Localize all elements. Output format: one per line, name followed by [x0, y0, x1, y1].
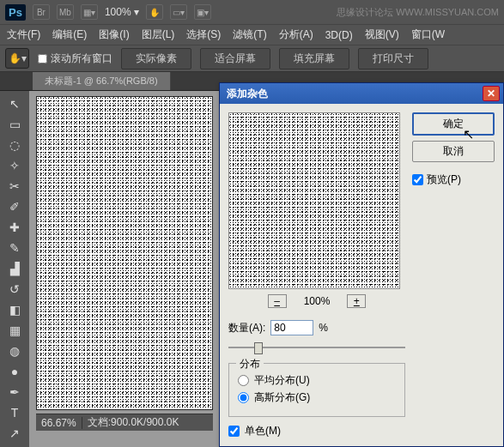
tool-blur[interactable]: ◍: [3, 341, 26, 360]
print-size-button[interactable]: 打印尺寸: [358, 48, 428, 69]
uniform-input[interactable]: [238, 375, 249, 386]
menu-window[interactable]: 窗口(W: [411, 27, 445, 42]
app-logo: Ps: [5, 4, 26, 21]
dialog-titlebar[interactable]: 添加杂色 ✕: [220, 83, 503, 104]
scroll-all-checkbox[interactable]: 滚动所有窗口: [38, 51, 112, 66]
amount-input[interactable]: [270, 320, 313, 335]
distribution-title: 分布: [236, 357, 264, 371]
preview-zoom-row: – 100% +: [228, 294, 405, 308]
tool-history[interactable]: ↺: [3, 280, 26, 299]
tool-dodge[interactable]: ●: [3, 362, 26, 381]
tool-eyedropper[interactable]: ✐: [3, 197, 26, 216]
dialog-title-text: 添加杂色: [227, 87, 268, 101]
uniform-radio[interactable]: 平均分布(U): [238, 373, 396, 388]
noise-preview[interactable]: [228, 112, 400, 289]
brand-text: 思缘设计论坛 WWW.MISSYUAN.COM: [337, 6, 499, 19]
options-bar: ✋▾ 滚动所有窗口 实际像素 适合屏幕 填充屏幕 打印尺寸: [0, 45, 504, 72]
uniform-label: 平均分布(U): [254, 373, 310, 388]
tool-eraser[interactable]: ◧: [3, 300, 26, 319]
distribution-group: 分布 平均分布(U) 高斯分布(G): [228, 363, 405, 417]
fit-screen-button[interactable]: 适合屏幕: [200, 48, 270, 69]
mono-label: 单色(M): [245, 424, 281, 438]
tool-path[interactable]: ↗: [3, 424, 26, 443]
tool-stamp[interactable]: ▟: [3, 259, 26, 278]
cancel-button[interactable]: 取消: [412, 141, 495, 162]
hand-tool-icon[interactable]: ✋▾: [5, 48, 29, 69]
document-tab[interactable]: 未标题-1 @ 66.7%(RGB/8): [33, 72, 171, 90]
tool-brush[interactable]: ✎: [3, 239, 26, 257]
close-icon[interactable]: ✕: [483, 86, 500, 101]
tool-pen[interactable]: ✒: [3, 383, 26, 402]
tool-wand[interactable]: ✧: [3, 156, 26, 175]
preview-checkbox[interactable]: 预览(P): [412, 172, 495, 187]
tool-marquee[interactable]: ▭: [3, 115, 26, 134]
menu-filter[interactable]: 滤镜(T): [233, 27, 266, 42]
preview-content: [229, 113, 399, 288]
arrange-icon[interactable]: ▭▾: [170, 4, 187, 20]
layout-icon[interactable]: ▦▾: [81, 4, 98, 20]
zoom-in-button[interactable]: +: [347, 294, 366, 308]
scroll-all-input[interactable]: [38, 54, 47, 63]
tool-heal[interactable]: ✚: [3, 218, 26, 237]
preview-label: 预览(P): [427, 172, 461, 187]
amount-row: 数量(A): %: [228, 320, 405, 335]
menu-file[interactable]: 文件(F): [7, 27, 40, 42]
status-zoom[interactable]: 66.67%: [36, 417, 82, 429]
app-topbar: Ps Br Mb ▦▾ 100% ▾ ✋ ▭▾ ▣▾ 思缘设计论坛 WWW.MI…: [0, 0, 504, 24]
menu-select[interactable]: 选择(S): [186, 27, 221, 42]
mono-input[interactable]: [228, 426, 240, 437]
slider-thumb[interactable]: [254, 342, 263, 354]
scroll-all-label: 滚动所有窗口: [51, 51, 112, 66]
document-canvas[interactable]: [36, 96, 213, 410]
preview-zoom-value: 100%: [304, 295, 331, 307]
gaussian-radio[interactable]: 高斯分布(G): [238, 390, 396, 405]
menu-layer[interactable]: 图层(L): [142, 27, 175, 42]
amount-label: 数量(A):: [228, 321, 265, 335]
menu-view[interactable]: 视图(V): [365, 27, 399, 42]
preview-input[interactable]: [412, 174, 423, 185]
ok-label: 确定: [443, 118, 464, 130]
menu-bar: 文件(F) 编辑(E) 图像(I) 图层(L) 选择(S) 滤镜(T) 分析(A…: [0, 24, 504, 45]
tool-crop[interactable]: ✂: [3, 177, 26, 196]
status-bar: 66.67% 文档:900.0K/900.0K: [36, 414, 213, 431]
tool-move[interactable]: ↖: [3, 94, 26, 113]
menu-3d[interactable]: 3D(D): [325, 29, 353, 41]
screen-icon[interactable]: ▣▾: [194, 4, 211, 20]
tool-gradient[interactable]: ▦: [3, 321, 26, 340]
tool-type[interactable]: T: [3, 403, 26, 422]
ok-button[interactable]: 确定 ↖: [412, 112, 495, 136]
minibridge-icon[interactable]: Mb: [57, 4, 74, 20]
tool-lasso[interactable]: ◌: [3, 136, 26, 154]
bridge-icon[interactable]: Br: [33, 4, 50, 20]
canvas-content: [37, 97, 212, 409]
gaussian-label: 高斯分布(G): [254, 390, 310, 405]
add-noise-dialog: 添加杂色 ✕ – 100% + 数量(A): % 分布: [219, 82, 504, 447]
gaussian-input[interactable]: [238, 392, 249, 403]
menu-edit[interactable]: 编辑(E): [52, 27, 87, 42]
menu-image[interactable]: 图像(I): [99, 27, 129, 42]
amount-slider[interactable]: [228, 341, 405, 354]
hand-top-icon[interactable]: ✋: [146, 4, 163, 20]
monochrome-checkbox[interactable]: 单色(M): [228, 424, 405, 438]
zoom-select[interactable]: 100% ▾: [105, 6, 139, 18]
status-docsize: 文档:900.0K/900.0K: [82, 415, 185, 430]
toolbox: ↖ ▭ ◌ ✧ ✂ ✐ ✚ ✎ ▟ ↺ ◧ ▦ ◍ ● ✒ T ↗: [0, 91, 29, 447]
actual-pixels-button[interactable]: 实际像素: [121, 48, 191, 69]
fill-screen-button[interactable]: 填充屏幕: [279, 48, 349, 69]
menu-analysis[interactable]: 分析(A): [279, 27, 313, 42]
zoom-out-button[interactable]: –: [268, 294, 287, 308]
amount-pct: %: [319, 322, 328, 334]
